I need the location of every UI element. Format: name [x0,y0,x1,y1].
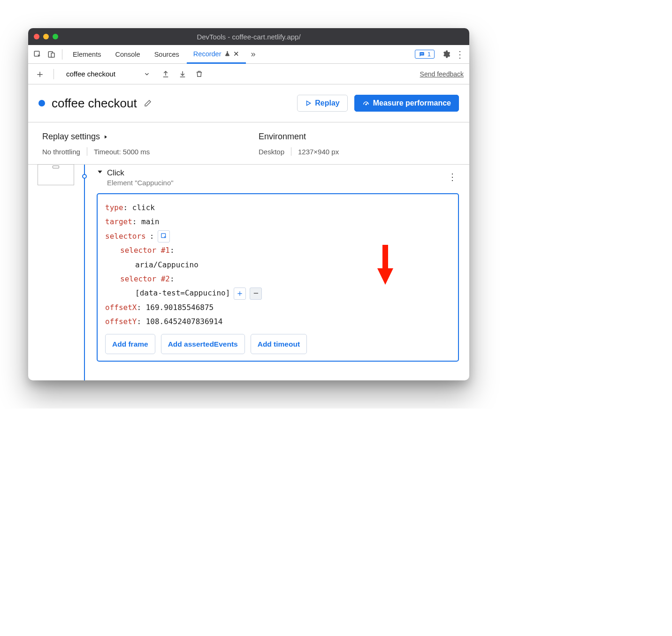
titlebar: DevTools - coffee-cart.netlify.app/ [28,28,469,45]
gauge-icon [362,99,370,107]
recording-title: coffee checkout [52,96,137,111]
replay-label: Replay [315,99,339,107]
add-timeout-button[interactable]: Add timeout [251,334,307,354]
delete-icon[interactable] [193,68,206,80]
measure-label: Measure performance [373,99,451,107]
step-detail-box: type: click target: main selectors: sele… [97,193,459,362]
status-dot-icon [38,100,45,106]
replay-button[interactable]: Replay [297,95,347,112]
maximize-window-icon[interactable] [53,34,58,39]
tabstrip: Elements Console Sources Recorder ✕ » 1 … [28,45,469,64]
add-frame-button[interactable]: Add frame [105,334,155,354]
offsety-key: offsetY [105,317,137,326]
send-feedback-link[interactable]: Send feedback [420,70,464,78]
selectors-colon: : [150,229,154,243]
target-value: : main [132,217,160,226]
play-icon [305,100,312,106]
step-menu-icon[interactable]: ⋮ [448,171,457,182]
export-icon[interactable] [160,68,172,80]
device-value: Desktop [259,148,284,156]
svg-point-4 [366,104,367,105]
divider [62,49,62,60]
edit-title-icon[interactable] [144,99,152,107]
device-toolbar-icon[interactable] [45,48,58,61]
recording-dropdown-label: coffee checkout [66,70,115,78]
throttling-value: No throttling [42,148,80,156]
step-panel: Click Element "Cappucino" ⋮ type: click … [94,165,469,380]
messages-badge[interactable]: 1 [415,50,435,59]
recorder-toolbar: ＋ coffee checkout Send feedback [28,64,469,84]
recording-header: coffee checkout Replay Measure performan… [28,84,469,122]
target-key: target [105,217,132,226]
timeline-line [75,165,94,380]
add-asserted-events-button[interactable]: Add assertedEvents [161,334,245,354]
devtools-window: DevTools - coffee-cart.netlify.app/ Elem… [28,28,469,380]
recording-dropdown[interactable]: coffee checkout [61,68,155,79]
type-key: type [105,203,123,212]
minimize-window-icon[interactable] [43,34,49,39]
tab-sources[interactable]: Sources [148,45,186,63]
selector2-colon: : [170,274,175,283]
messages-count: 1 [428,51,431,58]
collapse-icon[interactable] [97,168,103,175]
selector2-value[interactable]: [data-test=Cappucino] [135,286,230,300]
more-tabs-icon[interactable]: » [247,48,260,61]
chevron-right-icon [103,134,108,140]
timeout-value: Timeout: 5000 ms [94,148,150,156]
offsetx-value: : 169.90185546875 [137,303,214,312]
window-title: DevTools - coffee-cart.netlify.app/ [28,33,469,41]
type-value: : click [123,203,155,212]
divider [53,69,54,79]
divider [87,147,87,156]
replay-settings-label: Replay settings [42,132,100,142]
selectors-key: selectors [105,229,146,243]
new-recording-icon[interactable]: ＋ [34,68,46,80]
offsety-value: : 108.6452407836914 [137,317,222,326]
selector2-key: selector #2 [120,274,170,283]
window-controls [34,34,58,39]
selector1-colon: : [170,246,175,255]
element-picker-icon[interactable] [158,230,170,242]
timeline-node-icon [82,174,87,179]
close-window-icon[interactable] [34,34,39,39]
inspect-element-icon[interactable] [31,48,44,61]
settings-gear-icon[interactable] [439,48,452,61]
kebab-menu-icon[interactable]: ⋮ [453,48,466,61]
tab-recorder[interactable]: Recorder ✕ [187,45,246,64]
add-selector-button[interactable]: ＋ [234,288,246,300]
divider [291,147,291,156]
timeline-body: Click Element "Cappucino" ⋮ type: click … [28,165,469,380]
chat-icon [419,51,425,58]
environment-label: Environment [259,132,455,142]
step-thumbnail[interactable] [38,164,74,185]
svg-rect-2 [51,53,54,57]
remove-selector-button[interactable]: − [250,288,262,300]
step-title: Click [107,168,174,178]
measure-performance-button[interactable]: Measure performance [354,95,459,112]
selector1-value[interactable]: aria/Cappucino [135,260,199,269]
viewport-value: 1237×940 px [298,148,339,156]
tab-elements[interactable]: Elements [66,45,107,63]
replay-settings-toggle[interactable]: Replay settings [42,132,259,142]
import-icon[interactable] [176,68,189,80]
settings-row: Replay settings No throttling Timeout: 5… [28,122,469,165]
chevron-down-icon [144,71,150,77]
tab-recorder-label: Recorder [193,50,221,58]
svg-rect-3 [420,53,423,54]
thumbnail-column [28,165,75,380]
offsetx-key: offsetX [105,303,137,312]
selector1-key: selector #1 [120,246,170,255]
close-tab-icon[interactable]: ✕ [233,50,239,58]
flask-icon [224,51,230,57]
step-subtitle: Element "Cappucino" [107,179,174,187]
thumbnail-detail-icon [53,166,59,168]
tab-console[interactable]: Console [108,45,146,63]
